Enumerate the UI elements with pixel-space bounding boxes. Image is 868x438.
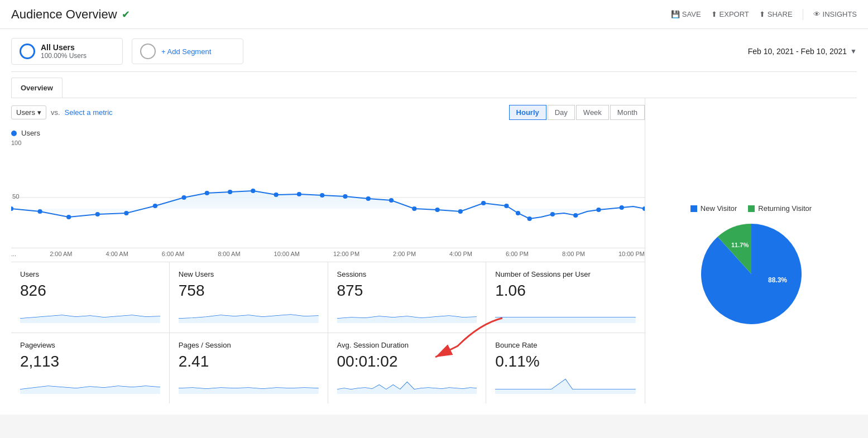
- y-axis-100: 100: [11, 139, 645, 146]
- new-visitor-legend: New Visitor: [690, 204, 737, 213]
- metric-sessions-label: Sessions: [337, 270, 477, 278]
- top-bar-right: 💾 SAVE ⬆ EXPORT ⬆ SHARE 👁 INSIGHTS: [671, 9, 857, 20]
- add-segment-circle: [140, 44, 156, 59]
- chart-legend-dot: [11, 131, 17, 136]
- svg-point-16: [389, 198, 394, 203]
- chart-controls: Users ▾ vs. Select a metric Hourly Day W…: [11, 98, 645, 123]
- metric-pages-per-session: Pages / Session 2.41: [170, 333, 328, 403]
- svg-point-17: [412, 206, 416, 211]
- segment-pct: 100.00% Users: [41, 52, 87, 60]
- svg-point-5: [124, 211, 128, 215]
- pie-chart-container: 88.3% 11.7%: [696, 218, 807, 331]
- date-range-arrow-icon: ▼: [850, 47, 857, 55]
- x-label-6: 12:00 PM: [333, 251, 359, 257]
- segment-bar: All Users 100.00% Users + Add Segment Fe…: [11, 29, 857, 72]
- all-users-segment[interactable]: All Users 100.00% Users: [11, 38, 123, 65]
- pie-new-visitor: [701, 224, 802, 324]
- share-button[interactable]: ⬆ SHARE: [759, 10, 793, 18]
- svg-point-28: [642, 206, 645, 211]
- returning-visitor-legend: Returning Visitor: [748, 204, 812, 213]
- returning-visitor-pct-label: 11.7%: [731, 242, 749, 248]
- metric-pageviews-label: Pageviews: [20, 341, 160, 349]
- x-label-2: 4:00 AM: [106, 251, 128, 257]
- insights-button[interactable]: 👁 INSIGHTS: [813, 10, 857, 18]
- save-button[interactable]: 💾 SAVE: [671, 10, 701, 18]
- metric-pages-per-session-label: Pages / Session: [179, 341, 319, 349]
- svg-point-20: [481, 201, 486, 205]
- returning-visitor-color-square: [748, 205, 755, 212]
- top-bar: Audience Overview ✔ 💾 SAVE ⬆ EXPORT ⬆ SH…: [0, 0, 868, 29]
- svg-point-10: [251, 189, 255, 193]
- export-icon: ⬆: [711, 10, 717, 18]
- x-label-7: 2:00 PM: [393, 251, 416, 257]
- svg-point-27: [620, 205, 624, 210]
- svg-point-26: [596, 208, 601, 212]
- chart-area: Users 100: [11, 123, 645, 259]
- insights-icon: 👁: [813, 10, 821, 18]
- svg-point-13: [320, 193, 324, 198]
- x-label-4: 8:00 AM: [218, 251, 240, 257]
- full-layout: Users ▾ vs. Select a metric Hourly Day W…: [11, 98, 857, 403]
- date-range-picker[interactable]: Feb 10, 2021 - Feb 10, 2021 ▼: [748, 47, 857, 56]
- time-btn-week[interactable]: Week: [576, 105, 609, 120]
- date-range-label: Feb 10, 2021 - Feb 10, 2021: [748, 47, 847, 56]
- tab-bar: Overview: [11, 72, 857, 98]
- returning-visitor-label: Returning Visitor: [758, 204, 812, 213]
- add-segment-label: + Add Segment: [161, 47, 211, 56]
- time-buttons: Hourly Day Week Month: [509, 105, 645, 120]
- metric-selector: Users ▾ vs. Select a metric: [11, 105, 113, 119]
- metric-sessions: Sessions 875: [328, 262, 487, 333]
- x-label-8: 4:00 PM: [449, 251, 472, 257]
- export-button[interactable]: ⬆ EXPORT: [711, 10, 749, 18]
- svg-point-18: [435, 208, 439, 212]
- metric-dropdown[interactable]: Users ▾: [11, 105, 46, 119]
- line-chart: 50: [11, 147, 645, 248]
- add-segment-button[interactable]: + Add Segment: [132, 38, 243, 64]
- svg-point-15: [366, 196, 371, 201]
- svg-text:50: 50: [12, 193, 20, 200]
- svg-point-22: [516, 211, 520, 215]
- metric-sessions-value: 875: [337, 282, 477, 300]
- time-btn-month[interactable]: Month: [610, 105, 645, 120]
- chart-legend-label: Users: [21, 129, 40, 137]
- metric-bounce-rate: Bounce Rate 0.11%: [486, 333, 645, 403]
- x-axis: ... 2:00 AM 4:00 AM 6:00 AM 8:00 AM 10:0…: [11, 248, 645, 259]
- metric-pageviews-value: 2,113: [20, 353, 160, 370]
- metrics-grid: Users 826 New Users 758 Sess: [11, 262, 645, 403]
- x-label-0: ...: [11, 251, 16, 257]
- metric-users: Users 826: [11, 262, 170, 333]
- vs-label: vs.: [51, 108, 60, 117]
- main-content: All Users 100.00% Users + Add Segment Fe…: [0, 29, 868, 415]
- metric-sessions-per-user-label: Number of Sessions per User: [495, 270, 636, 278]
- svg-point-3: [66, 215, 71, 219]
- metric-bounce-rate-value: 0.11%: [495, 353, 636, 370]
- svg-point-14: [343, 194, 347, 199]
- new-visitor-color-square: [690, 205, 697, 212]
- select-metric-link[interactable]: Select a metric: [65, 108, 113, 117]
- metric-avg-session-duration-label: Avg. Session Duration: [337, 341, 477, 349]
- pie-legend: New Visitor Returning Visitor: [690, 204, 812, 213]
- x-label-3: 6:00 AM: [162, 251, 184, 257]
- metric-dropdown-label: Users: [16, 108, 35, 117]
- metric-pageviews: Pageviews 2,113: [11, 333, 170, 403]
- left-panel: Users ▾ vs. Select a metric Hourly Day W…: [11, 98, 645, 403]
- metric-avg-session-duration: Avg. Session Duration 00:01:02: [328, 333, 487, 403]
- time-btn-hourly[interactable]: Hourly: [509, 105, 546, 120]
- new-visitor-pct-label: 88.3%: [768, 276, 787, 284]
- right-panel: New Visitor Returning Visitor: [645, 98, 857, 403]
- save-icon: 💾: [671, 10, 680, 18]
- time-btn-day[interactable]: Day: [548, 105, 575, 120]
- svg-point-2: [37, 209, 42, 214]
- new-visitor-label: New Visitor: [701, 204, 737, 213]
- tab-overview[interactable]: Overview: [11, 78, 63, 98]
- metric-bounce-rate-label: Bounce Rate: [495, 341, 636, 349]
- segment-name: All Users: [41, 43, 87, 52]
- chart-legend: Users: [11, 129, 645, 137]
- verified-icon: ✔: [122, 8, 130, 21]
- metric-avg-session-duration-value: 00:01:02: [337, 353, 477, 370]
- metric-dropdown-arrow: ▾: [37, 108, 41, 117]
- x-label-11: 10:00 PM: [618, 251, 645, 257]
- svg-point-24: [550, 212, 555, 216]
- svg-point-6: [153, 204, 157, 208]
- metric-new-users: New Users 758: [170, 262, 328, 333]
